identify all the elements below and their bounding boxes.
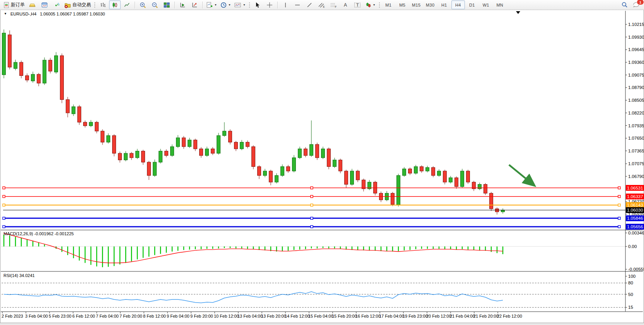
time-tick-label[interactable]: 19 Feb 23:00 [403, 314, 428, 318]
crosshair-tool-button[interactable] [264, 0, 275, 9]
toolbar-drag-handle[interactable] [249, 2, 250, 8]
price-tick-label: 1.10215 [628, 22, 644, 27]
toolbar-drag-handle[interactable] [379, 2, 380, 8]
price-line-label-text: 1.06337 [627, 194, 643, 199]
dropdown-caret-icon: ▼ [214, 3, 217, 6]
candle-body [397, 176, 400, 205]
line-handle[interactable] [3, 204, 5, 206]
auto-scroll-button[interactable] [177, 0, 188, 9]
line-handle[interactable] [3, 226, 5, 228]
timeframe-button-w1[interactable]: W1 [479, 0, 493, 9]
line-handle[interactable] [311, 204, 313, 206]
candle-body [350, 171, 354, 184]
time-tick-label[interactable]: 9 Feb 20:00 [190, 314, 213, 318]
horizontal-line-tool-button[interactable] [292, 0, 303, 9]
notifications-button[interactable]: 1 [630, 0, 642, 9]
templates-button[interactable]: ▼ [233, 0, 247, 9]
line-handle[interactable] [3, 217, 5, 219]
line-handle[interactable] [618, 217, 620, 219]
toolbar-drag-handle[interactable] [94, 2, 96, 8]
indicators-button[interactable]: ▼ [205, 0, 219, 9]
chart-profiles-button[interactable] [39, 0, 50, 9]
time-tick-label[interactable]: 8 Feb 12:00 [143, 314, 166, 318]
line-handle[interactable] [618, 226, 620, 228]
time-tick-label[interactable]: 5 Feb 23:00 [49, 314, 72, 318]
candlestick-mode-button[interactable] [109, 0, 121, 9]
equidistant-channel-tool-button[interactable]: E [316, 0, 327, 9]
arrows-tool-button[interactable]: ▼ [364, 0, 377, 9]
arrow-annotation[interactable] [509, 165, 532, 184]
candle-body [287, 167, 290, 171]
line-handle[interactable] [618, 204, 620, 206]
candle-body [258, 167, 261, 176]
timeframe-button-d1[interactable]: D1 [465, 0, 479, 9]
time-tick-label[interactable]: 15 Feb 20:00 [332, 314, 357, 318]
line-handle[interactable] [3, 195, 5, 198]
line-handle[interactable] [311, 217, 313, 219]
candle-body [136, 151, 139, 157]
timeframe-button-mn[interactable]: MN [493, 0, 507, 9]
time-tick-label[interactable]: 6 Feb 12:00 [72, 314, 95, 318]
text-label-tool-button[interactable]: T [352, 0, 363, 9]
time-tick-label[interactable]: 22 Feb 12:00 [497, 314, 522, 318]
cursor-tool-button[interactable] [252, 0, 263, 9]
timeframe-button-m15[interactable]: M15 [410, 0, 423, 9]
fibonacci-tool-button[interactable]: F [328, 0, 339, 9]
line-handle[interactable] [311, 226, 313, 228]
time-tick-label[interactable]: 9 Feb 04:00 [167, 314, 190, 318]
time-tick-label[interactable]: 13 Feb 20:00 [261, 314, 286, 318]
zoom-out-button[interactable] [149, 0, 161, 9]
vertical-line-tool-button[interactable] [280, 0, 291, 9]
time-tick-label[interactable]: 7 Feb 20:00 [120, 314, 142, 318]
periods-button[interactable]: ▼ [219, 0, 232, 9]
time-tick-label[interactable]: 10 Feb 12:00 [214, 314, 239, 318]
search-button[interactable] [618, 0, 630, 9]
tile-windows-button[interactable] [161, 0, 173, 9]
line-handle[interactable] [311, 195, 313, 198]
time-tick-label[interactable]: 15 Feb 04:00 [308, 314, 333, 318]
candle-body [501, 210, 505, 212]
line-chart-mode-button[interactable] [121, 0, 133, 9]
price-tick-label: 1.06790 [628, 174, 644, 179]
signals-button[interactable] [51, 0, 62, 9]
candle-body [414, 167, 418, 173]
time-tick-label[interactable]: 7 Feb 04:00 [96, 314, 119, 318]
time-tick-label[interactable]: 17 Feb 04:00 [379, 314, 404, 318]
chart-canvas[interactable]: 1.102151.099301.096451.093601.090751.087… [0, 0, 644, 325]
market-watch-button[interactable] [27, 0, 38, 9]
candle-body [78, 107, 81, 122]
time-tick-label[interactable]: 14 Feb 12:00 [285, 314, 310, 318]
timeframe-button-m5[interactable]: M5 [396, 0, 409, 9]
line-handle[interactable] [311, 187, 313, 189]
timeframe-button-m30[interactable]: M30 [424, 0, 437, 9]
timeframe-button-m1[interactable]: M1 [382, 0, 395, 9]
candle-body [437, 171, 441, 175]
time-tick-label[interactable]: 13 Feb 04:00 [237, 314, 263, 318]
price-tick-label: 1.09075 [628, 73, 644, 77]
chart-shift-button[interactable] [189, 0, 200, 9]
line-handle[interactable] [3, 187, 5, 189]
macd-tick-label: 0.00 [628, 244, 637, 249]
autotrade-button[interactable]: 自动交易 [63, 0, 92, 9]
zoom-in-button[interactable] [137, 0, 149, 9]
time-tick-label[interactable]: 21 Feb 20:00 [473, 314, 499, 318]
time-tick-label[interactable]: 2 Feb 2023 [2, 314, 23, 318]
timeframe-button-h4[interactable]: H4 [451, 0, 465, 9]
time-tick-label[interactable]: 3 Feb 04:00 [25, 314, 48, 318]
new-order-button[interactable]: 新订单 [2, 0, 26, 9]
time-tick-label[interactable]: 20 Feb 12:00 [426, 314, 451, 318]
line-handle[interactable] [618, 195, 620, 198]
timeframe-button-h1[interactable]: H1 [437, 0, 451, 9]
trendline-tool-button[interactable] [304, 0, 315, 9]
one-click-trading-collapse-icon[interactable]: ▼ [4, 12, 7, 16]
time-tick-label[interactable]: 16 Feb 12:00 [355, 314, 381, 318]
candle-body [443, 171, 447, 182]
chart-shift-marker[interactable] [516, 11, 520, 14]
rsi-tick-label: 80 [628, 281, 633, 285]
text-tool-button[interactable]: A [340, 0, 351, 9]
bar-chart-mode-button[interactable] [97, 0, 109, 9]
time-tick-label[interactable]: 21 Feb 04:00 [450, 314, 475, 318]
clock-icon [220, 2, 227, 8]
mt4-app: 新订单 [0, 0, 644, 325]
line-handle[interactable] [618, 187, 620, 189]
